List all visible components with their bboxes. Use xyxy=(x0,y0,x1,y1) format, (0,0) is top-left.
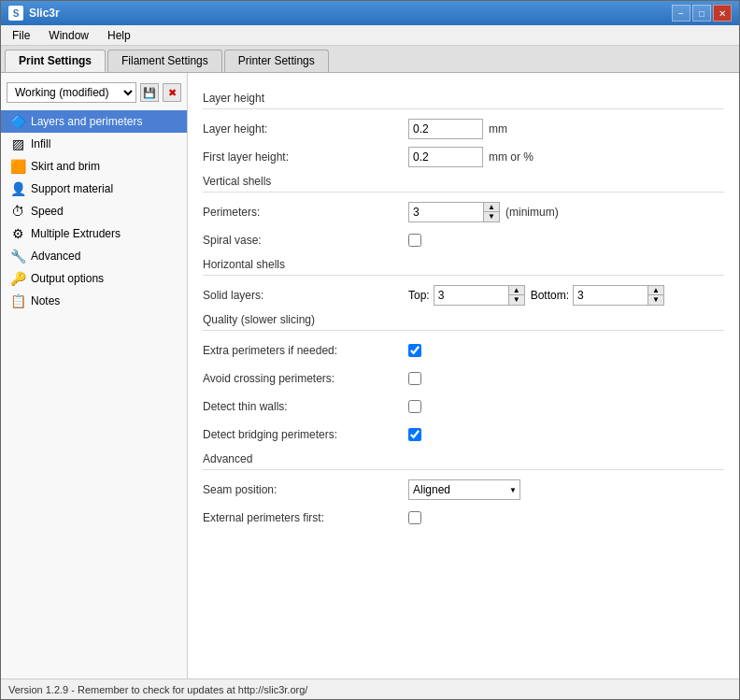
spinner-top: ▲ ▼ xyxy=(434,285,525,306)
title-bar-left: S Slic3r xyxy=(8,6,60,21)
notes-icon: 📋 xyxy=(10,293,25,308)
solid-bottom: Bottom: ▲ ▼ xyxy=(531,285,664,306)
sidebar-item-advanced[interactable]: 🔧 Advanced xyxy=(1,245,187,267)
section-horizontal-shells: Horizontal shells xyxy=(203,258,724,276)
label-top: Top: xyxy=(408,289,430,302)
label-layer-height: Layer height: xyxy=(203,122,408,136)
row-solid-layers: Solid layers: Top: ▲ ▼ Bottom: xyxy=(203,285,724,306)
sidebar-label-extruders: Multiple Extruders xyxy=(31,227,121,240)
section-vertical-shells: Vertical shells xyxy=(203,175,724,193)
bottom-spinner-btns: ▲ ▼ xyxy=(648,285,664,306)
sidebar-label-support: Support material xyxy=(31,182,113,195)
support-icon: 👤 xyxy=(10,181,25,196)
row-detect-bridging: Detect bridging perimeters: xyxy=(203,424,724,445)
status-bar: Version 1.2.9 - Remember to check for up… xyxy=(1,679,739,699)
sidebar-item-support[interactable]: 👤 Support material xyxy=(1,178,187,200)
sidebar-item-output[interactable]: 🔑 Output options xyxy=(1,267,187,290)
bottom-decrement[interactable]: ▼ xyxy=(648,295,663,305)
output-icon: 🔑 xyxy=(10,271,25,286)
profile-bar: Working (modified) 💾 ✖ xyxy=(1,79,187,107)
top-decrement[interactable]: ▼ xyxy=(509,295,524,305)
close-button[interactable]: ✕ xyxy=(713,5,732,21)
menu-help[interactable]: Help xyxy=(100,27,138,43)
skirt-icon: 🟧 xyxy=(10,159,25,174)
infill-icon: ▨ xyxy=(10,136,25,151)
sidebar-item-speed[interactable]: ⏱ Speed xyxy=(1,200,187,222)
solid-top: Top: ▲ ▼ xyxy=(408,285,525,306)
perimeters-decrement[interactable]: ▼ xyxy=(484,212,499,221)
input-perimeters[interactable] xyxy=(408,202,483,222)
spinner-bottom: ▲ ▼ xyxy=(573,285,664,306)
label-extra-perimeters: Extra perimeters if needed: xyxy=(203,344,408,357)
sidebar-label-layers: Layers and perimeters xyxy=(31,115,142,128)
label-spiral-vase: Spiral vase: xyxy=(203,234,408,247)
input-first-layer[interactable] xyxy=(408,147,483,167)
label-avoid-crossing: Avoid crossing perimeters: xyxy=(203,372,408,385)
sidebar-item-skirt[interactable]: 🟧 Skirt and brim xyxy=(1,155,187,178)
profile-delete-button[interactable]: ✖ xyxy=(163,83,181,102)
main-window: S Slic3r − □ ✕ File Window Help Print Se… xyxy=(0,0,740,700)
menu-window[interactable]: Window xyxy=(41,27,96,43)
row-spiral-vase: Spiral vase: xyxy=(203,230,724,250)
input-layer-height[interactable] xyxy=(408,119,483,139)
sidebar-item-layers[interactable]: 🔷 Layers and perimeters xyxy=(1,110,187,133)
section-advanced: Advanced xyxy=(203,452,724,470)
bottom-increment[interactable]: ▲ xyxy=(648,286,663,295)
maximize-button[interactable]: □ xyxy=(692,5,711,21)
advanced-icon: 🔧 xyxy=(10,249,25,264)
row-perimeters: Perimeters: ▲ ▼ (minimum) xyxy=(203,202,724,222)
window-title: Slic3r xyxy=(29,7,60,20)
menu-file[interactable]: File xyxy=(5,27,37,43)
app-icon: S xyxy=(8,6,23,21)
perimeters-spinner-btns: ▲ ▼ xyxy=(483,202,500,222)
row-seam: Seam position: Aligned Random Nearest Re… xyxy=(203,479,724,500)
row-extra-perimeters: Extra perimeters if needed: xyxy=(203,340,724,361)
spinner-perimeters: ▲ ▼ xyxy=(408,202,500,222)
profile-save-button[interactable]: 💾 xyxy=(140,83,159,102)
label-bottom: Bottom: xyxy=(531,289,569,302)
unit-layer-height: mm xyxy=(489,122,507,136)
title-bar: S Slic3r − □ ✕ xyxy=(1,1,739,25)
checkbox-spiral-vase[interactable] xyxy=(408,234,421,247)
label-detect-bridging: Detect bridging perimeters: xyxy=(203,428,408,441)
label-ext-perimeters: External perimeters first: xyxy=(203,511,408,524)
input-top[interactable] xyxy=(434,285,508,306)
top-increment[interactable]: ▲ xyxy=(509,286,524,295)
select-seam[interactable]: Aligned Random Nearest Rear xyxy=(408,479,520,500)
perimeters-increment[interactable]: ▲ xyxy=(484,203,499,212)
checkbox-detect-thin[interactable] xyxy=(408,400,421,413)
sidebar-item-notes[interactable]: 📋 Notes xyxy=(1,290,187,312)
label-perimeters: Perimeters: xyxy=(203,206,408,219)
tab-print-settings[interactable]: Print Settings xyxy=(5,50,106,72)
checkbox-avoid-crossing[interactable] xyxy=(408,372,421,385)
sidebar-item-extruders[interactable]: ⚙ Multiple Extruders xyxy=(1,222,187,245)
profile-select[interactable]: Working (modified) xyxy=(7,82,136,103)
input-bottom[interactable] xyxy=(573,285,648,306)
layers-icon: 🔷 xyxy=(10,114,25,129)
checkbox-detect-bridging[interactable] xyxy=(408,428,421,441)
status-text: Version 1.2.9 - Remember to check for up… xyxy=(8,684,307,695)
minimize-button[interactable]: − xyxy=(672,5,690,21)
sidebar-label-notes: Notes xyxy=(31,294,60,307)
row-avoid-crossing: Avoid crossing perimeters: xyxy=(203,368,724,389)
checkbox-extra-perimeters[interactable] xyxy=(408,344,421,357)
extruders-icon: ⚙ xyxy=(10,226,25,241)
section-layer-height: Layer height xyxy=(203,92,724,109)
sidebar-label-infill: Infill xyxy=(31,137,50,150)
tab-filament-settings[interactable]: Filament Settings xyxy=(107,50,222,72)
unit-perimeters: (minimum) xyxy=(505,206,559,219)
label-first-layer: First layer height: xyxy=(203,150,408,164)
solid-layers-inputs: Top: ▲ ▼ Bottom: xyxy=(408,285,664,306)
tab-bar: Print Settings Filament Settings Printer… xyxy=(1,46,739,73)
tab-printer-settings[interactable]: Printer Settings xyxy=(224,50,329,72)
top-spinner-btns: ▲ ▼ xyxy=(508,285,525,306)
menubar: File Window Help xyxy=(1,25,739,46)
row-ext-perimeters: External perimeters first: xyxy=(203,507,724,528)
content-area: Working (modified) 💾 ✖ 🔷 Layers and peri… xyxy=(1,73,739,679)
sidebar-item-infill[interactable]: ▨ Infill xyxy=(1,133,187,155)
checkbox-ext-perimeters[interactable] xyxy=(408,511,421,524)
row-detect-thin: Detect thin walls: xyxy=(203,396,724,417)
row-first-layer: First layer height: mm or % xyxy=(203,147,724,167)
label-solid-layers: Solid layers: xyxy=(203,289,408,302)
sidebar-label-speed: Speed xyxy=(31,205,64,218)
